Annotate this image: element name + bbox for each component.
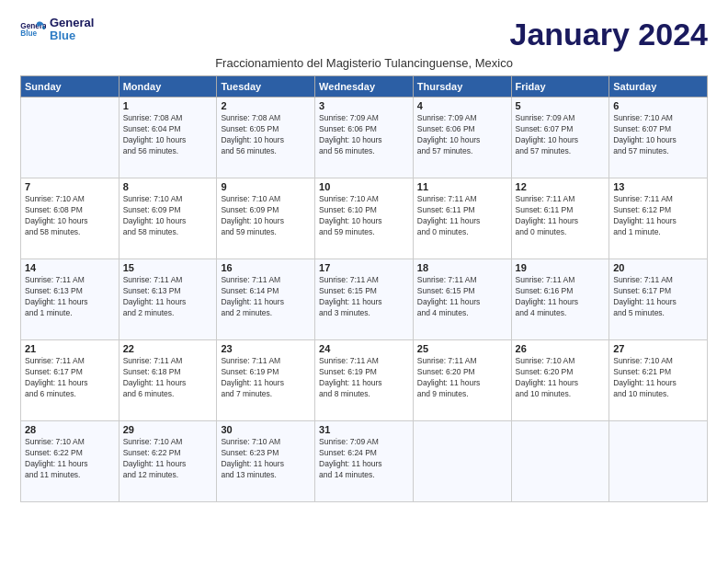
table-row: 29Sunrise: 7:10 AMSunset: 6:22 PMDayligh… (119, 421, 217, 502)
day-info: Sunrise: 7:10 AMSunset: 6:09 PMDaylight:… (123, 194, 213, 238)
day-number: 23 (221, 343, 311, 354)
day-info: Sunrise: 7:10 AMSunset: 6:08 PMDaylight:… (25, 194, 115, 238)
day-info: Sunrise: 7:10 AMSunset: 6:21 PMDaylight:… (613, 356, 703, 400)
table-row: 4Sunrise: 7:09 AMSunset: 6:06 PMDaylight… (413, 98, 511, 178)
table-row: 19Sunrise: 7:11 AMSunset: 6:16 PMDayligh… (511, 259, 609, 340)
logo-general: General (50, 17, 94, 29)
table-row: 27Sunrise: 7:10 AMSunset: 6:21 PMDayligh… (609, 340, 708, 421)
day-header-friday: Friday (511, 76, 609, 98)
day-number: 5 (516, 100, 606, 111)
logo-blue: Blue (50, 29, 94, 42)
day-info: Sunrise: 7:10 AMSunset: 6:09 PMDaylight:… (221, 194, 311, 238)
table-row: 28Sunrise: 7:10 AMSunset: 6:22 PMDayligh… (21, 421, 119, 502)
month-title: January 2024 (510, 17, 709, 52)
day-number: 3 (319, 100, 409, 111)
day-info: Sunrise: 7:11 AMSunset: 6:17 PMDaylight:… (25, 356, 115, 400)
table-row: 5Sunrise: 7:09 AMSunset: 6:07 PMDaylight… (511, 98, 609, 178)
day-number: 13 (613, 181, 703, 192)
day-info: Sunrise: 7:10 AMSunset: 6:20 PMDaylight:… (516, 356, 606, 400)
table-row: 6Sunrise: 7:10 AMSunset: 6:07 PMDaylight… (609, 98, 708, 178)
day-info: Sunrise: 7:11 AMSunset: 6:18 PMDaylight:… (123, 356, 213, 400)
day-info: Sunrise: 7:11 AMSunset: 6:15 PMDaylight:… (417, 275, 507, 319)
logo: General Blue General Blue (20, 17, 94, 43)
day-number: 16 (221, 262, 311, 273)
day-number: 29 (123, 424, 213, 435)
table-row: 14Sunrise: 7:11 AMSunset: 6:13 PMDayligh… (21, 259, 119, 340)
day-number: 8 (123, 181, 213, 192)
table-row: 25Sunrise: 7:11 AMSunset: 6:20 PMDayligh… (413, 340, 511, 421)
table-row: 15Sunrise: 7:11 AMSunset: 6:13 PMDayligh… (119, 259, 217, 340)
table-row: 1Sunrise: 7:08 AMSunset: 6:04 PMDaylight… (119, 98, 217, 178)
table-row: 21Sunrise: 7:11 AMSunset: 6:17 PMDayligh… (21, 340, 119, 421)
day-header-thursday: Thursday (413, 76, 511, 98)
table-row: 9Sunrise: 7:10 AMSunset: 6:09 PMDaylight… (217, 178, 315, 259)
day-number: 4 (417, 100, 507, 111)
day-info: Sunrise: 7:11 AMSunset: 6:16 PMDaylight:… (516, 275, 606, 319)
table-row: 16Sunrise: 7:11 AMSunset: 6:14 PMDayligh… (217, 259, 315, 340)
svg-text:Blue: Blue (20, 29, 37, 38)
day-number: 19 (516, 262, 606, 273)
day-info: Sunrise: 7:10 AMSunset: 6:23 PMDaylight:… (221, 437, 311, 481)
table-row: 17Sunrise: 7:11 AMSunset: 6:15 PMDayligh… (315, 259, 414, 340)
table-row (609, 421, 708, 502)
day-number: 24 (319, 343, 409, 354)
day-info: Sunrise: 7:11 AMSunset: 6:19 PMDaylight:… (319, 356, 409, 400)
day-number: 7 (25, 181, 115, 192)
day-number: 1 (123, 100, 213, 111)
day-info: Sunrise: 7:10 AMSunset: 6:22 PMDaylight:… (123, 437, 213, 481)
table-row: 8Sunrise: 7:10 AMSunset: 6:09 PMDaylight… (119, 178, 217, 259)
day-header-monday: Monday (119, 76, 217, 98)
day-number: 28 (25, 424, 115, 435)
day-number: 2 (221, 100, 311, 111)
table-row: 24Sunrise: 7:11 AMSunset: 6:19 PMDayligh… (315, 340, 414, 421)
day-info: Sunrise: 7:11 AMSunset: 6:13 PMDaylight:… (25, 275, 115, 319)
table-row: 31Sunrise: 7:09 AMSunset: 6:24 PMDayligh… (315, 421, 414, 502)
day-number: 26 (516, 343, 606, 354)
day-info: Sunrise: 7:11 AMSunset: 6:15 PMDaylight:… (319, 275, 409, 319)
day-number: 18 (417, 262, 507, 273)
calendar-subtitle: Fraccionamiento del Magisterio Tulancing… (20, 56, 708, 70)
day-info: Sunrise: 7:09 AMSunset: 6:06 PMDaylight:… (319, 113, 409, 157)
day-number: 14 (25, 262, 115, 273)
day-info: Sunrise: 7:11 AMSunset: 6:11 PMDaylight:… (516, 194, 606, 238)
day-number: 25 (417, 343, 507, 354)
day-info: Sunrise: 7:08 AMSunset: 6:04 PMDaylight:… (123, 113, 213, 157)
day-header-sunday: Sunday (21, 76, 119, 98)
day-number: 11 (417, 181, 507, 192)
table-row: 26Sunrise: 7:10 AMSunset: 6:20 PMDayligh… (511, 340, 609, 421)
day-number: 17 (319, 262, 409, 273)
day-number: 6 (613, 100, 703, 111)
day-number: 12 (516, 181, 606, 192)
table-row: 22Sunrise: 7:11 AMSunset: 6:18 PMDayligh… (119, 340, 217, 421)
day-number: 20 (613, 262, 703, 273)
table-row: 20Sunrise: 7:11 AMSunset: 6:17 PMDayligh… (609, 259, 708, 340)
day-info: Sunrise: 7:11 AMSunset: 6:14 PMDaylight:… (221, 275, 311, 319)
day-number: 27 (613, 343, 703, 354)
day-number: 10 (319, 181, 409, 192)
day-info: Sunrise: 7:11 AMSunset: 6:11 PMDaylight:… (417, 194, 507, 238)
day-info: Sunrise: 7:10 AMSunset: 6:10 PMDaylight:… (319, 194, 409, 238)
day-info: Sunrise: 7:10 AMSunset: 6:07 PMDaylight:… (613, 113, 703, 157)
day-info: Sunrise: 7:11 AMSunset: 6:20 PMDaylight:… (417, 356, 507, 400)
day-number: 15 (123, 262, 213, 273)
table-row: 10Sunrise: 7:10 AMSunset: 6:10 PMDayligh… (315, 178, 414, 259)
table-row: 7Sunrise: 7:10 AMSunset: 6:08 PMDaylight… (21, 178, 119, 259)
day-info: Sunrise: 7:11 AMSunset: 6:19 PMDaylight:… (221, 356, 311, 400)
table-row: 13Sunrise: 7:11 AMSunset: 6:12 PMDayligh… (609, 178, 708, 259)
day-info: Sunrise: 7:08 AMSunset: 6:05 PMDaylight:… (221, 113, 311, 157)
table-row: 11Sunrise: 7:11 AMSunset: 6:11 PMDayligh… (413, 178, 511, 259)
table-row (21, 98, 119, 178)
day-info: Sunrise: 7:09 AMSunset: 6:07 PMDaylight:… (516, 113, 606, 157)
table-row: 3Sunrise: 7:09 AMSunset: 6:06 PMDaylight… (315, 98, 414, 178)
day-info: Sunrise: 7:10 AMSunset: 6:22 PMDaylight:… (25, 437, 115, 481)
table-row: 18Sunrise: 7:11 AMSunset: 6:15 PMDayligh… (413, 259, 511, 340)
table-row (413, 421, 511, 502)
day-number: 9 (221, 181, 311, 192)
table-row: 30Sunrise: 7:10 AMSunset: 6:23 PMDayligh… (217, 421, 315, 502)
day-number: 22 (123, 343, 213, 354)
table-row: 2Sunrise: 7:08 AMSunset: 6:05 PMDaylight… (217, 98, 315, 178)
table-row: 12Sunrise: 7:11 AMSunset: 6:11 PMDayligh… (511, 178, 609, 259)
day-number: 21 (25, 343, 115, 354)
day-info: Sunrise: 7:09 AMSunset: 6:24 PMDaylight:… (319, 437, 409, 481)
day-info: Sunrise: 7:09 AMSunset: 6:06 PMDaylight:… (417, 113, 507, 157)
